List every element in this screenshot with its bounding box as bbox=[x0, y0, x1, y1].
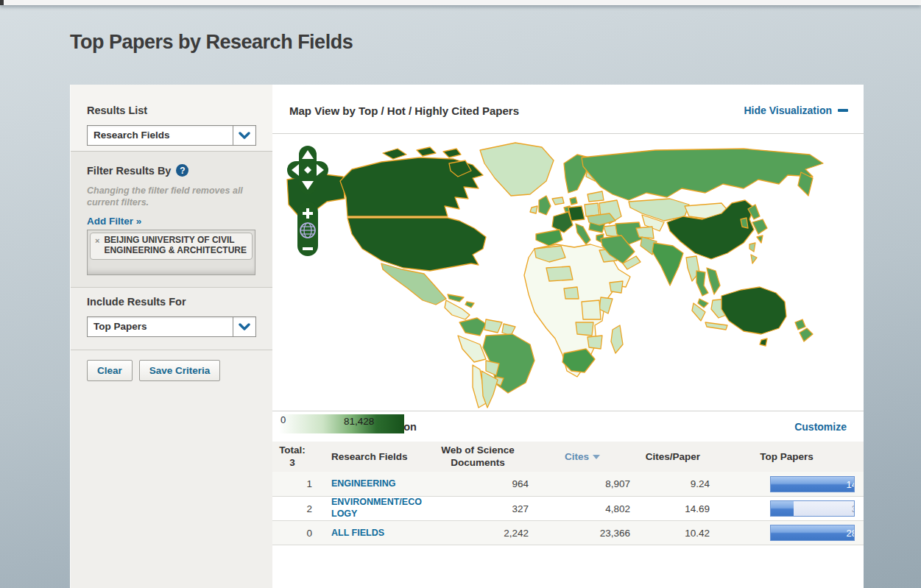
report-table: Total: 3 Research Fields Web of Science … bbox=[272, 442, 864, 545]
map-countries[interactable] bbox=[287, 143, 823, 408]
include-results-select[interactable]: Top Papers bbox=[87, 316, 256, 337]
results-list-selected-value: Research Fields bbox=[88, 126, 233, 145]
top-papers-value: 14 bbox=[847, 479, 855, 490]
table-header-row: Total: 3 Research Fields Web of Science … bbox=[272, 442, 864, 472]
table-row: 0 ALL FIELDS 2,242 23,366 10.42 28 bbox=[272, 521, 864, 545]
zoom-out-icon[interactable] bbox=[303, 247, 313, 250]
top-papers-bar: 14 bbox=[770, 476, 855, 492]
sort-descending-icon bbox=[593, 455, 600, 459]
actions-section: Clear Save Criteria bbox=[71, 350, 272, 588]
table-row: 1 ENGINEERING 964 8,907 9.24 14 bbox=[272, 472, 864, 497]
results-list-section: Results List Research Fields bbox=[71, 85, 272, 151]
map-view-header: Map View by Top / Hot / Highly Cited Pap… bbox=[272, 85, 864, 134]
filter-note: Changing the filter field removes all cu… bbox=[87, 185, 256, 209]
cites-cell: 8,907 bbox=[534, 478, 630, 489]
hide-visualization-link[interactable]: Hide Visualization bbox=[744, 105, 848, 116]
legend-max-value: 81,428 bbox=[344, 416, 374, 427]
main-panel: Map View by Top / Hot / Highly Cited Pap… bbox=[272, 85, 864, 588]
filter-tag[interactable]: × BEIJING UNIVERSITY OF CIVIL ENGINEERIN… bbox=[90, 233, 253, 260]
cites-per-paper-cell: 9.24 bbox=[636, 478, 710, 489]
chevron-down-icon[interactable] bbox=[233, 126, 255, 145]
top-papers-bar: 28 bbox=[770, 525, 855, 541]
column-header-research-fields[interactable]: Research Fields bbox=[331, 451, 427, 462]
cites-per-paper-cell: 14.69 bbox=[636, 503, 710, 514]
filter-list-box: × BEIJING UNIVERSITY OF CIVIL ENGINEERIN… bbox=[87, 230, 255, 275]
remove-filter-icon[interactable]: × bbox=[95, 236, 99, 245]
minus-icon bbox=[838, 109, 848, 112]
save-criteria-button[interactable]: Save Criteria bbox=[139, 360, 221, 381]
column-header-cites-sorted[interactable]: Cites bbox=[534, 451, 630, 462]
top-papers-bar: 3 bbox=[770, 500, 855, 517]
world-map-choropleth[interactable]: .b{stroke:#eba424;stroke-width:1.3;strok… bbox=[272, 134, 864, 411]
filter-heading: Filter Results By bbox=[87, 165, 171, 177]
column-header-wos-documents[interactable]: Web of Science Documents bbox=[427, 444, 529, 470]
column-header-cites-per-paper[interactable]: Cites/Paper bbox=[636, 451, 710, 462]
cites-cell: 4,802 bbox=[534, 503, 630, 514]
rank-cell: 2 bbox=[272, 503, 317, 514]
field-link[interactable]: ENVIRONMENT/ECOLOGY bbox=[331, 497, 427, 520]
results-list-select[interactable]: Research Fields bbox=[87, 125, 256, 146]
page-title: Top Papers by Research Fields bbox=[70, 31, 353, 54]
cites-cell: 23,366 bbox=[534, 528, 630, 539]
rank-cell: 0 bbox=[272, 528, 317, 539]
rank-cell: 1 bbox=[272, 478, 317, 489]
top-papers-value: 28 bbox=[847, 528, 855, 539]
map-area[interactable]: .b{stroke:#eba424;stroke-width:1.3;strok… bbox=[272, 134, 864, 411]
map-color-legend: 0 81,428 bbox=[279, 414, 404, 433]
include-results-selected-value: Top Papers bbox=[88, 317, 233, 336]
hide-visualization-label[interactable]: Hide Visualization bbox=[744, 105, 832, 116]
browser-top-strip bbox=[0, 0, 921, 5]
field-link[interactable]: ALL FIELDS bbox=[331, 528, 384, 539]
documents-cell: 327 bbox=[427, 503, 529, 514]
clear-button[interactable]: Clear bbox=[87, 360, 133, 381]
results-list-heading: Results List bbox=[87, 105, 256, 116]
column-header-top-papers[interactable]: Top Papers bbox=[710, 442, 864, 472]
sidebar: Results List Research Fields Filter Resu… bbox=[70, 85, 272, 588]
total-count: Total: 3 bbox=[272, 444, 317, 470]
legend-min-value: 0 bbox=[280, 414, 286, 425]
documents-cell: 964 bbox=[427, 478, 529, 489]
cites-per-paper-cell: 10.42 bbox=[636, 528, 710, 539]
top-papers-value: 3 bbox=[852, 503, 855, 514]
help-icon[interactable]: ? bbox=[176, 164, 188, 177]
documents-cell: 2,242 bbox=[427, 528, 529, 539]
add-filter-link[interactable]: Add Filter » bbox=[87, 216, 141, 227]
include-results-heading: Include Results For bbox=[87, 296, 256, 308]
map-controls[interactable] bbox=[287, 144, 328, 259]
table-row: 2 ENVIRONMENT/ECOLOGY 327 4,802 14.69 3 bbox=[272, 497, 864, 521]
chevron-down-icon[interactable] bbox=[233, 317, 255, 336]
field-link[interactable]: ENGINEERING bbox=[331, 478, 396, 490]
top-left-nub bbox=[0, 0, 4, 5]
map-view-title: Map View by Top / Hot / Highly Cited Pap… bbox=[289, 105, 519, 117]
filter-section: Filter Results By ? Changing the filter … bbox=[71, 151, 272, 287]
include-results-section: Include Results For Top Papers bbox=[71, 287, 272, 350]
customize-link[interactable]: Customize bbox=[794, 421, 847, 433]
filter-tag-label: BEIJING UNIVERSITY OF CIVIL ENGINEERING … bbox=[104, 235, 247, 256]
